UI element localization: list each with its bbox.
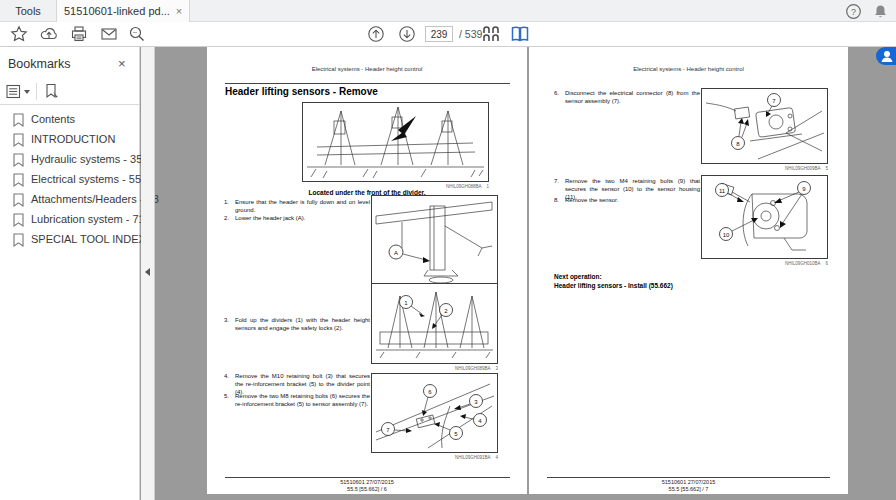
cloud-upload-icon[interactable]: [40, 25, 58, 43]
print-icon[interactable]: [70, 25, 88, 43]
figure-dividers-overview: [302, 102, 489, 182]
running-header: Electrical systems - Header height contr…: [207, 66, 527, 72]
notifications-bell-icon[interactable]: [872, 3, 889, 20]
figure-sensor-connector: 7 8: [701, 88, 828, 164]
next-operation: Next operation: Header lifting sensors -…: [554, 273, 673, 291]
bookmark-item-contents[interactable]: Contents: [0, 110, 140, 130]
callout-a: A: [394, 250, 398, 256]
procedure-step: 3.Fold up the dividers (1) with the head…: [224, 317, 370, 333]
bookmark-item-special-tool-index[interactable]: SPECIAL TOOL INDEX: [0, 230, 140, 250]
find-bookmark-icon[interactable]: [44, 83, 60, 100]
bookmark-label: Hydraulic systems - 35: [31, 153, 142, 165]
bookmark-ribbon-icon: [12, 173, 25, 187]
bookmarks-list: Contents INTRODUCTION Hydraulic systems …: [0, 110, 140, 250]
tab-close-icon[interactable]: ×: [176, 5, 182, 17]
previous-page-icon[interactable]: [367, 25, 385, 43]
bookmarks-options-icon[interactable]: [6, 84, 21, 99]
two-page-view-icon[interactable]: [510, 25, 528, 43]
bookmark-label: SPECIAL TOOL INDEX: [31, 233, 146, 245]
bookmark-label: Attachments/Headers - 58: [31, 193, 159, 205]
bookmark-ribbon-icon: [12, 213, 25, 227]
procedure-step: 2.Lower the header jack (A).: [224, 215, 370, 223]
figure-bracket-assembly: 6 3 4 5 7: [371, 373, 498, 453]
bookmark-ribbon-icon: [12, 153, 25, 167]
next-page-icon[interactable]: [398, 25, 416, 43]
bookmarks-toolbar: [0, 79, 140, 105]
figure-sensor-housing: 11 9 10: [701, 175, 828, 259]
collapse-arrow-icon: [145, 268, 150, 276]
sign-in-button[interactable]: [876, 47, 896, 65]
figure-dividers-folded: 1 2: [371, 283, 498, 364]
tab-bar: Tools 51510601-linked pd... × ?: [0, 0, 896, 22]
tab-tools[interactable]: Tools: [0, 0, 56, 22]
pdf-page-left: Electrical systems - Header height contr…: [207, 47, 527, 494]
header-rule: [225, 83, 510, 84]
figure-header-jack: A: [371, 195, 498, 290]
next-operation-value: Header lifting sensors - Install (55.662…: [554, 282, 673, 291]
bookmark-item-attachments-headers[interactable]: Attachments/Headers - 58: [0, 190, 140, 210]
bookmark-label: INTRODUCTION: [31, 133, 115, 145]
figure-code: NHIL09GH010BA6: [701, 261, 828, 266]
email-icon[interactable]: [100, 25, 118, 43]
search-zoom-icon[interactable]: [128, 25, 146, 43]
procedure-step: 6.Disconnect the electrical connector (8…: [554, 90, 700, 106]
procedure-step: 8.Remove the sensor.: [554, 197, 700, 205]
bookmark-ribbon-icon: [12, 133, 25, 147]
tab-document[interactable]: 51510601-linked pd... ×: [56, 0, 190, 22]
figure-code: NHIL09GH089BA3: [371, 366, 498, 371]
callout-10: 10: [723, 232, 730, 238]
bookmark-item-lubrication-system[interactable]: Lubrication system - 71: [0, 210, 140, 230]
bookmarks-panel: Bookmarks × Contents INTRODUCTION: [0, 47, 140, 500]
callout-11: 11: [719, 188, 726, 194]
next-operation-label: Next operation:: [554, 273, 673, 282]
procedure-step: 5.Remove the two M8 retaining bolts (6) …: [224, 393, 370, 409]
bookmark-label: Electrical systems - 55: [31, 173, 141, 185]
pdf-viewer-window: Tools 51510601-linked pd... × ?: [0, 0, 896, 500]
scrolling-view-icon[interactable]: [481, 25, 499, 43]
bookmark-label: Contents: [31, 113, 75, 125]
bookmark-ribbon-icon: [12, 193, 25, 207]
footer-rule: [547, 477, 830, 478]
section-title: Header lifting sensors - Remove: [225, 86, 378, 97]
sidebar-collapse-strip[interactable]: [141, 47, 155, 500]
tab-document-label: 51510601-linked pd...: [64, 5, 170, 17]
page-total-label: / 539: [459, 28, 482, 40]
pdf-page-right: Electrical systems - Header height contr…: [529, 47, 848, 494]
running-header: Electrical systems - Header height contr…: [529, 66, 848, 72]
help-glyph: ?: [851, 7, 856, 17]
bookmarks-close-icon[interactable]: ×: [118, 56, 126, 71]
figure-code: NHIL09GH091BA4: [371, 455, 498, 460]
help-icon[interactable]: ?: [845, 3, 862, 20]
bookmarks-header: Bookmarks ×: [0, 55, 140, 75]
bookmark-item-hydraulic-systems[interactable]: Hydraulic systems - 35: [0, 150, 140, 170]
procedure-step: 1.Ensure that the header is fully down a…: [224, 199, 370, 215]
page-footer: 51510601 27/07/2015 55.5 [55.662] / 7: [529, 479, 848, 493]
footer-rule: [225, 477, 510, 478]
bookmark-item-electrical-systems[interactable]: Electrical systems - 55: [0, 170, 140, 190]
figure-code: NHIL09GH009BA5: [701, 166, 828, 171]
page-footer: 51510601 27/07/2015 55.5 [55.662] / 6: [207, 479, 527, 493]
bookmark-ribbon-icon: [12, 233, 25, 247]
bookmark-item-introduction[interactable]: INTRODUCTION: [0, 130, 140, 150]
page-number-input[interactable]: [425, 26, 453, 42]
bookmark-label: Lubrication system - 71: [31, 213, 145, 225]
bookmark-ribbon-icon: [12, 113, 25, 127]
bookmarks-title: Bookmarks: [8, 57, 71, 71]
bookmark-star-icon[interactable]: [10, 25, 28, 43]
options-caret-icon: [24, 90, 30, 94]
main-toolbar: / 539: [0, 22, 896, 47]
toolbar-divider: [36, 83, 37, 100]
